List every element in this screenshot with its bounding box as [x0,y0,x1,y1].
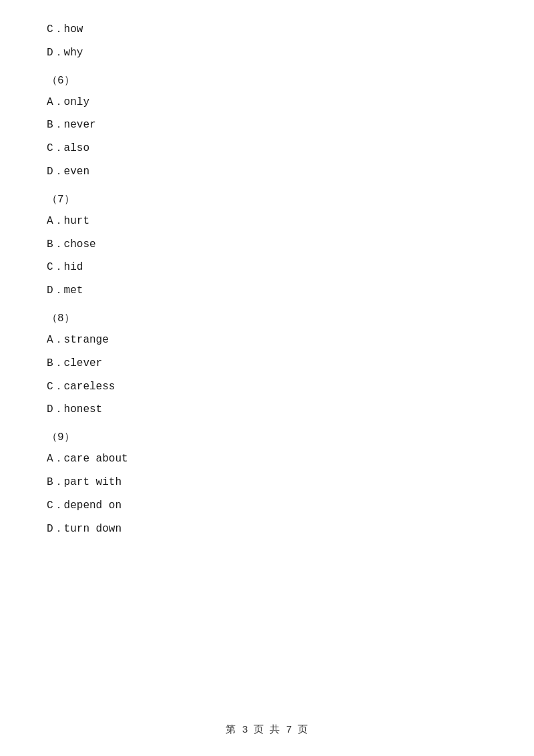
q7-option-c: C．hid [40,258,494,277]
q6-option-a: A．only [40,93,494,112]
q9-option-b: B．part with [40,473,494,492]
q8-option-b: B．clever [40,354,494,373]
q6-option-d: D．even [40,162,494,182]
q7-option-b: B．chose [40,235,494,254]
section-7-number: （7） [40,192,494,206]
section-9-number: （9） [40,430,494,444]
option-d-why: D．why [40,43,494,63]
q9-option-a: A．care about [40,449,494,469]
page-footer: 第 3 页 共 7 页 [0,723,534,736]
section-8-number: （8） [40,311,494,325]
q6-option-b: B．never [40,116,494,135]
page-content: C．how D．why （6） A．only B．never C．also D．… [0,0,534,582]
q8-option-d: D．honest [40,400,494,419]
q6-option-c: C．also [40,139,494,158]
q9-option-d: D．turn down [40,520,494,539]
q8-option-a: A．strange [40,331,494,350]
q7-option-a: A．hurt [40,212,494,231]
q7-option-d: D．met [40,281,494,301]
q9-option-c: C．depend on [40,496,494,516]
q8-option-c: C．careless [40,377,494,397]
section-6-number: （6） [40,73,494,87]
option-c-how: C．how [40,20,494,39]
